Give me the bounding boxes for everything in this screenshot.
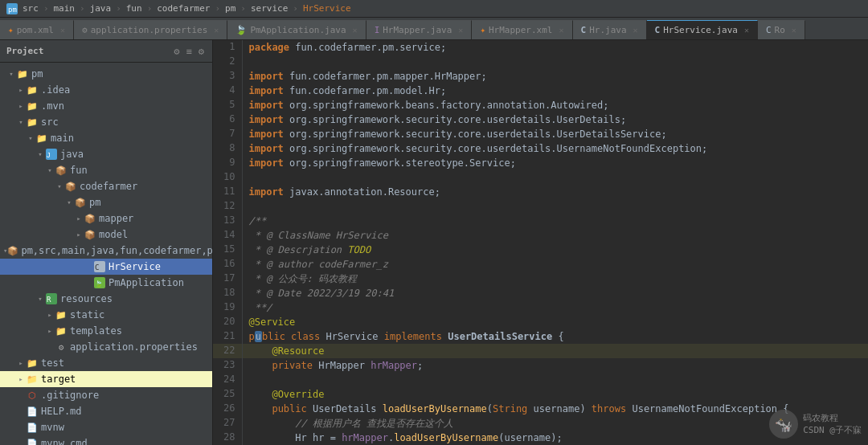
sidebar-item-mvnwcmd[interactable]: 📄 mvnw.cmd — [0, 435, 212, 445]
tab-close[interactable]: ✕ — [559, 26, 563, 35]
sidebar-label: .idea — [41, 84, 70, 96]
sidebar-item-hrservice[interactable]: C HrService — [0, 259, 212, 275]
sidebar-item-idea[interactable]: ▸ 📁 .idea — [0, 82, 212, 98]
code-line-17: 17 * @ 公众号: 码农教程 — [213, 271, 868, 286]
sidebar-label-service: pm,src,main,java,fun,codefarmer,pm,servi… — [21, 245, 212, 256]
tab-hrmapper-xml[interactable]: ✦ HrMapper.xml ✕ — [472, 20, 572, 39]
line-number: 13 — [213, 214, 242, 228]
sidebar-item-service[interactable]: ▾ 📦 pm,src,main,java,fun,codefarmer,pm,s… — [0, 243, 212, 259]
tab-close[interactable]: ✕ — [214, 26, 219, 35]
java-class-icon: C — [93, 261, 106, 272]
sidebar-item-resources[interactable]: ▾ R resources — [0, 291, 212, 307]
script-icon: 📄 — [26, 422, 39, 433]
java-src-icon: J — [45, 149, 58, 160]
folder-icon: 📁 — [26, 357, 39, 369]
sidebar-item-mvn[interactable]: ▸ 📁 .mvn — [0, 98, 212, 114]
sidebar-label: static — [70, 309, 104, 320]
svg-text:🍃: 🍃 — [95, 280, 103, 288]
settings-icon[interactable]: ⚙ — [172, 44, 181, 59]
pkg-icon: 📦 — [74, 197, 87, 208]
pkg-icon: 📦 — [64, 181, 77, 192]
sidebar-item-pm-pkg[interactable]: ▾ 📦 pm — [0, 194, 212, 210]
line-content: import fun.codefarmer.pm.mapper.HrMapper… — [242, 69, 868, 84]
sidebar-label: model — [99, 229, 128, 240]
line-number: 2 — [213, 55, 242, 69]
sidebar-label: mapper — [99, 213, 133, 224]
breadcrumb-pm: pm — [225, 3, 235, 14]
sidebar-item-src[interactable]: ▾ 📁 src — [0, 114, 212, 130]
code-line-2: 2 — [213, 55, 868, 69]
code-line-1: 1 package fun.codefarmer.pm.service; — [213, 40, 868, 55]
sidebar-item-model[interactable]: ▸ 📦 model — [0, 227, 212, 243]
sidebar-item-fun[interactable]: ▾ 📦 fun — [0, 162, 212, 178]
sidebar-item-helpmd[interactable]: 📄 HELP.md — [0, 403, 212, 419]
code-editor[interactable]: 1 package fun.codefarmer.pm.service; 2 3… — [213, 40, 868, 445]
tab-hrmapper-java[interactable]: I HrMapper.java ✕ — [366, 20, 473, 39]
line-content — [242, 170, 868, 185]
sidebar-item-mvnw[interactable]: 📄 mvnw — [0, 419, 212, 435]
sidebar-item-gitignore[interactable]: ⬡ .gitignore — [0, 387, 212, 403]
folder-icon: 📁 — [55, 309, 68, 320]
code-line-11: 11 import javax.annotation.Resource; — [213, 185, 868, 199]
expand-arrow: ▾ — [64, 198, 74, 206]
line-number: 9 — [213, 156, 242, 170]
sidebar-label: fun — [70, 165, 88, 176]
tab-close[interactable]: ✕ — [633, 26, 638, 35]
tab-hr[interactable]: C Hr.java ✕ — [573, 20, 647, 39]
sidebar-item-pmapp[interactable]: 🍃 PmApplication — [0, 275, 212, 291]
sidebar-item-codefarmer[interactable]: ▾ 📦 codefarmer — [0, 178, 212, 194]
md-icon: 📄 — [26, 406, 39, 417]
sidebar-label: pm — [31, 68, 43, 80]
line-content — [242, 55, 868, 69]
sidebar-item-templates[interactable]: ▸ 📁 templates — [0, 323, 212, 339]
sidebar-item-app-props[interactable]: ⚙ application.properties — [0, 339, 212, 355]
sidebar-item-mapper[interactable]: ▸ 📦 mapper — [0, 210, 212, 227]
line-content: * @ ClassName HrService — [242, 228, 868, 243]
sidebar-item-static[interactable]: ▸ 📁 static — [0, 307, 212, 323]
tab-ro[interactable]: C Ro ✕ — [758, 20, 805, 39]
sidebar-label: mvnw — [41, 422, 64, 433]
tab-pom[interactable]: ✦ pom.xml ✕ — [0, 20, 74, 39]
gear-icon[interactable]: ⚙ — [197, 44, 206, 59]
sidebar-item-main[interactable]: ▾ 📁 main — [0, 130, 212, 146]
code-line-7: 7 import org.springframework.security.co… — [213, 127, 868, 141]
tab-hrservice[interactable]: C HrService.java ✕ — [647, 20, 758, 39]
line-number: 25 — [213, 387, 242, 402]
pkg-icon: 📦 — [84, 229, 96, 240]
sidebar-item-target[interactable]: ▸ 📁 target — [0, 371, 212, 387]
code-line-23: 23 private HrMapper hrMapper; — [213, 358, 868, 373]
code-line-14: 14 * @ ClassName HrService — [213, 228, 868, 243]
sidebar-item-pm-root[interactable]: ▾ 📁 pm — [0, 66, 212, 82]
tab-close[interactable]: ✕ — [353, 26, 358, 35]
line-content: **/ — [242, 300, 868, 315]
breadcrumb-file: HrService — [303, 3, 351, 14]
line-content: import org.springframework.security.core… — [242, 127, 868, 141]
sidebar-label: templates — [70, 325, 122, 337]
tab-close[interactable]: ✕ — [60, 26, 65, 35]
breadcrumb-service: service — [251, 3, 288, 14]
sidebar-tree: ▾ 📁 pm ▸ 📁 .idea ▸ 📁 .mvn ▾ — [0, 63, 212, 445]
line-number: 21 — [213, 329, 242, 344]
tab-close[interactable]: ✕ — [458, 26, 463, 35]
spring-icon: 🍃 — [235, 25, 247, 35]
code-line-6: 6 import org.springframework.security.co… — [213, 112, 868, 127]
tab-close[interactable]: ✕ — [792, 26, 796, 35]
sidebar-item-test[interactable]: ▸ 📁 test — [0, 355, 212, 371]
layout-icon[interactable]: ≡ — [185, 44, 194, 59]
sidebar-label: .mvn — [41, 100, 64, 112]
tab-close-active[interactable]: ✕ — [744, 26, 749, 35]
sidebar-item-java[interactable]: ▾ J java — [0, 146, 212, 162]
sidebar-label: pm — [89, 197, 100, 208]
tab-app-props[interactable]: ⚙ application.properties ✕ — [74, 20, 227, 39]
main-layout: Project ⚙ ≡ ⚙ ▾ 📁 pm ▸ 📁 .idea — [0, 40, 868, 445]
props-icon: ⚙ — [82, 25, 88, 35]
line-number: 19 — [213, 300, 242, 315]
line-number: 23 — [213, 358, 242, 373]
folder-icon: 📁 — [35, 133, 48, 144]
tab-pmapp[interactable]: 🍃 PmApplication.java ✕ — [227, 20, 366, 39]
code-line-5: 5 import org.springframework.beans.facto… — [213, 98, 868, 112]
sidebar-header: Project ⚙ ≡ ⚙ — [0, 40, 212, 63]
expand-arrow: ▸ — [74, 214, 84, 222]
title-bar: pm src › main › java › fun › codefarmer … — [0, 0, 868, 18]
code-line-18: 18 * @ Date 2022/3/19 20:41 — [213, 286, 868, 300]
